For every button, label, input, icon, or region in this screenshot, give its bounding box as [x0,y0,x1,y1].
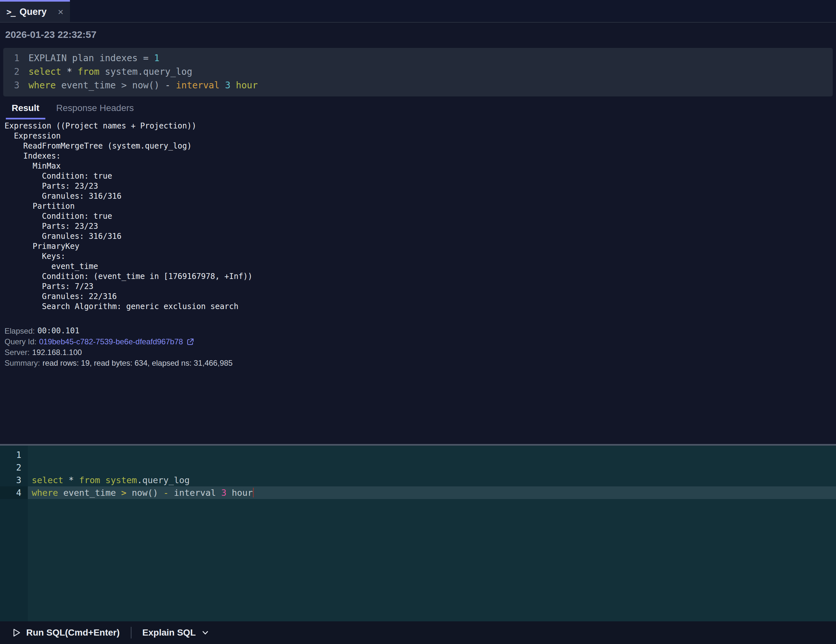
query-timestamp: 2026-01-23 22:32:57 [5,29,96,40]
explain-output: Expression ((Project names + Projection)… [5,121,253,311]
line-number: 3 [3,79,20,92]
explain-sql-label: Explain SQL [142,628,196,638]
tab-response-headers[interactable]: Response Headers [51,100,140,119]
terminal-icon: >_ [7,7,15,17]
code-line-text: EXPLAIN plan indexes = 1 [28,51,160,65]
line-number: 4 [0,486,28,499]
result-tab-bar: Result Response Headers [6,100,140,119]
history-code-line: 2select * from system.query_log [3,65,833,79]
line-number: 3 [0,474,28,486]
meta-query-id: Query Id: 019beb45-c782-7539-be6e-dfeafd… [5,336,232,347]
bottom-toolbar: Run SQL(Cmd+Enter) Explain SQL [0,621,836,644]
meta-summary: Summary: read rows: 19, read bytes: 634,… [5,358,232,368]
play-icon [12,628,21,638]
editor-code-line: 2 [0,461,836,474]
elapsed-value: 00:00.101 [37,326,79,336]
elapsed-label: Elapsed: [5,326,35,336]
toolbar-separator [131,627,131,639]
meta-server: Server: 192.168.1.100 [5,347,232,358]
line-number: 1 [3,51,20,65]
run-sql-button[interactable]: Run SQL(Cmd+Enter) [12,628,120,638]
line-number: 1 [0,448,28,461]
editor-code-line: 4where event_time > now() - interval 3 h… [0,486,836,499]
code-line-text: where event_time > now() - interval 3 ho… [28,79,258,92]
chevron-down-icon [201,628,209,637]
window-tab-bar: >_ Query × [0,0,836,23]
tab-query-label: Query [20,7,47,17]
meta-elapsed: Elapsed: 00:00.101 [5,326,232,336]
summary-label: Summary: [5,358,40,368]
line-number: 2 [3,65,20,79]
run-sql-label: Run SQL(Cmd+Enter) [26,628,120,638]
code-line-text [28,448,836,461]
editor-code-line: 3select * from system.query_log [0,474,836,486]
close-icon[interactable]: × [58,7,64,17]
editor-code-line: 1 [0,448,836,461]
server-value: 192.168.1.100 [32,347,82,358]
sql-editor[interactable]: 123select * from system.query_log4where … [0,446,836,621]
text-cursor [253,488,254,497]
tab-query[interactable]: >_ Query × [0,0,70,22]
code-line-text: select * from system.query_log [28,65,192,79]
history-code-line: 3where event_time > now() - interval 3 h… [3,79,833,92]
explain-sql-button[interactable]: Explain SQL [142,628,209,638]
tab-result[interactable]: Result [6,100,45,119]
code-line-text: select * from system.query_log [28,474,836,486]
server-label: Server: [5,347,29,358]
external-link-icon [186,338,194,346]
line-number: 2 [0,461,28,474]
code-line-text: where event_time > now() - interval 3 ho… [28,486,836,499]
query-id-value: 019beb45-c782-7539-be6e-dfeafd967b78 [39,336,183,347]
history-code-line: 1EXPLAIN plan indexes = 1 [3,51,833,65]
code-line-text [28,461,836,474]
query-id-label: Query Id: [5,336,37,347]
history-sql-block[interactable]: 1EXPLAIN plan indexes = 12select * from … [3,48,833,96]
summary-value: read rows: 19, read bytes: 634, elapsed … [42,358,232,368]
query-meta: Elapsed: 00:00.101 Query Id: 019beb45-c7… [5,326,232,368]
query-id-link[interactable]: 019beb45-c782-7539-be6e-dfeafd967b78 [39,336,194,347]
